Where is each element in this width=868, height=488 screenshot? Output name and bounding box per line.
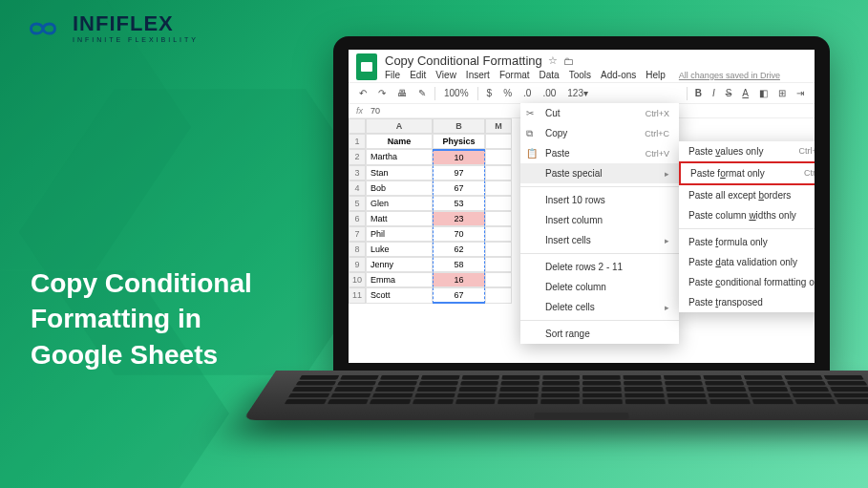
star-icon[interactable]: ☆ — [548, 54, 558, 67]
borders-icon[interactable]: ⊞ — [775, 86, 789, 100]
menu-file[interactable]: File — [385, 70, 400, 80]
col-a[interactable]: A — [366, 118, 433, 134]
folder-icon[interactable]: 🗀 — [563, 55, 574, 67]
col-c[interactable]: M — [485, 118, 512, 134]
menu-delete-cells[interactable]: Delete cells▸ — [520, 297, 679, 317]
paste-values[interactable]: Paste values onlyCtrl+Shift+V — [679, 141, 815, 161]
italic-button[interactable]: I — [709, 86, 718, 100]
paste-icon: 📋 — [526, 148, 538, 159]
brand-tagline: INFINITE FLEXIBILITY — [73, 36, 199, 43]
cut-icon: ✂ — [526, 108, 534, 118]
menu-delete-column[interactable]: Delete column — [520, 277, 679, 297]
merge-icon[interactable]: ⇥ — [794, 86, 807, 100]
paste-widths[interactable]: Paste column widths only — [679, 205, 815, 225]
menu-insert-cells[interactable]: Insert cells▸ — [520, 230, 679, 250]
redo-icon[interactable]: ↷ — [375, 86, 389, 100]
toolbar: ↶ ↷ 🖶 ✎ 100% $ % .0 .00 123▾ B I S A ◧ — [349, 82, 815, 104]
infinity-icon — [19, 16, 67, 41]
header-physics[interactable]: Physics — [433, 134, 485, 149]
col-b[interactable]: B — [433, 118, 485, 134]
laptop-mockup: Copy Conditional Formatting ☆ 🗀 File Edi… — [276, 27, 868, 466]
brand-logo: INFIFLEX INFINITE FLEXIBILITY — [19, 13, 199, 43]
menu-paste-special[interactable]: Paste special▸ — [520, 163, 679, 183]
more-formats-button[interactable]: 123▾ — [564, 86, 591, 100]
menu-paste[interactable]: 📋PasteCtrl+V — [520, 143, 679, 163]
brand-name: INFIFLEX — [73, 13, 199, 34]
menu-help[interactable]: Help — [646, 70, 666, 80]
paste-special-submenu: Paste values onlyCtrl+Shift+V Paste form… — [679, 141, 815, 312]
paste-format[interactable]: Paste format onlyCtrl+Alt+V — [679, 161, 815, 185]
paste-transposed[interactable]: Paste transposed — [679, 292, 815, 312]
menu-insert-rows[interactable]: Insert 10 rows — [520, 190, 679, 210]
keyboard — [243, 371, 868, 420]
textcolor-button[interactable]: A — [739, 86, 752, 100]
currency-button[interactable]: $ — [484, 86, 496, 100]
menu-tools[interactable]: Tools — [569, 70, 591, 80]
page-title: Copy Conditional Formatting in Google Sh… — [31, 265, 279, 373]
doc-title[interactable]: Copy Conditional Formatting — [385, 53, 542, 68]
menu-format[interactable]: Format — [499, 70, 530, 80]
menu-copy[interactable]: ⧉CopyCtrl+C — [520, 123, 679, 143]
fill-color-icon[interactable]: ◧ — [756, 86, 771, 100]
header-name[interactable]: Name — [366, 134, 433, 149]
menu-view[interactable]: View — [435, 70, 456, 80]
zoom-select[interactable]: 100% — [441, 86, 472, 100]
menu-bar: File Edit View Insert Format Data Tools … — [385, 70, 807, 80]
increase-decimal-button[interactable]: .00 — [540, 86, 559, 100]
save-status[interactable]: All changes saved in Drive — [679, 71, 780, 80]
menu-cut[interactable]: ✂CutCtrl+X — [520, 103, 679, 123]
menu-sort-range[interactable]: Sort range — [520, 324, 679, 344]
paste-validation[interactable]: Paste data validation only — [679, 252, 815, 272]
menu-insert[interactable]: Insert — [466, 70, 490, 80]
paste-except-borders[interactable]: Paste all except borders — [679, 185, 815, 205]
menu-edit[interactable]: Edit — [410, 70, 426, 80]
paste-conditional[interactable]: Paste conditional formatting only — [679, 272, 815, 292]
undo-icon[interactable]: ↶ — [356, 86, 370, 100]
paste-formula[interactable]: Paste formula only — [679, 232, 815, 252]
fx-value[interactable]: 70 — [370, 106, 380, 116]
chevron-right-icon: ▸ — [665, 169, 669, 179]
menu-delete-rows[interactable]: Delete rows 2 - 11 — [520, 257, 679, 277]
menu-addons[interactable]: Add-ons — [601, 70, 636, 80]
fx-label: fx — [356, 106, 363, 116]
context-menu: ✂CutCtrl+X ⧉CopyCtrl+C 📋PasteCtrl+V Past… — [520, 103, 679, 344]
sheets-icon — [356, 53, 377, 80]
decrease-decimal-button[interactable]: .0 — [520, 86, 534, 100]
sheets-app: Copy Conditional Formatting ☆ 🗀 File Edi… — [349, 50, 815, 363]
paint-icon[interactable]: ✎ — [415, 86, 429, 100]
menu-data[interactable]: Data — [540, 70, 560, 80]
copy-icon: ⧉ — [526, 128, 533, 139]
menu-insert-column[interactable]: Insert column — [520, 210, 679, 230]
bold-button[interactable]: B — [692, 86, 705, 100]
percent-button[interactable]: % — [500, 86, 515, 100]
print-icon[interactable]: 🖶 — [394, 86, 410, 100]
strike-button[interactable]: S — [723, 86, 735, 100]
